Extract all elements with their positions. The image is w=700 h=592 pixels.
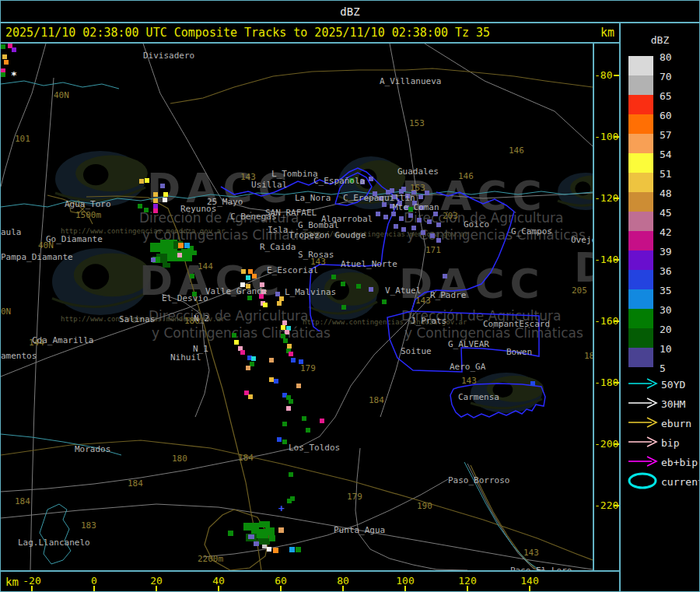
y-axis-tick [614,136,619,138]
radar-cell [178,243,184,248]
x-axis-tick [404,586,406,591]
legend-label: 50YD [661,379,685,391]
city-label: Divisadero [143,51,194,61]
radar-map[interactable]: DACCDACCDACCDACCDACCDirección de Agricul… [1,44,594,570]
scale-label: 45 [660,207,672,219]
panel-title: dBZ [621,34,699,46]
scale-label: 54 [660,149,672,160]
radar-cell [287,344,292,349]
city-label: Los_Toldos [289,443,340,453]
track-arrow-icon [627,394,660,415]
city-label: E_Escorial [267,265,318,275]
road-label: 40N [54,90,69,100]
scale-swatch [628,289,653,309]
radar-cell [234,340,239,345]
radar-cell [401,187,406,191]
city-label: Bowen [506,347,532,357]
x-axis-tick [31,586,33,591]
y-axis-margin: -80-100-120-140-160-180-200-220 [594,44,619,570]
scale-label: 5 [660,363,666,374]
city-label: Aero_GA [450,362,486,372]
city-label: CompantEscard [483,319,550,329]
radar-cell [282,422,287,426]
city-label: Usillal [251,180,287,190]
city-label: A_Villanueva [380,76,441,86]
radar-cell [289,547,295,552]
radar-cell [421,230,425,235]
city-label: Morados [75,444,110,454]
radar-cell [263,303,268,307]
scale-swatch [628,114,653,134]
radar-cell [281,325,285,330]
radar-cell [287,499,292,503]
radar-cell [356,284,361,289]
city-label: L_Malvinas [285,287,336,297]
road-label: 146 [458,171,474,181]
scale-label: 70 [660,71,672,82]
city-label: Valle_Grande [205,286,267,296]
legend-label: eburn [661,418,691,429]
road-label: 184 [15,496,30,506]
dacc-eye-logo [558,173,593,210]
radar-cell [408,213,413,218]
radar-cell [246,275,250,280]
radar-cell [331,275,336,279]
road-label: 205 [572,285,587,296]
radar-cell [177,253,182,257]
road-label: 0N [1,307,11,317]
km-unit-label: km [600,26,614,40]
city-label: Nihuil [170,352,201,363]
x-axis-label: 80 [337,575,349,587]
x-axis-label: 60 [275,575,287,587]
radar-cell [259,521,270,527]
city-label: Paso_El_Loro [510,566,572,570]
y-axis-tick [614,198,619,199]
scale-label: 42 [660,226,672,238]
radar-cell [283,338,288,343]
radar-cell [291,358,296,363]
radar-cell [369,177,373,181]
scale-swatch [628,75,653,95]
city-label: Isla [268,225,289,235]
radar-cell [138,204,142,208]
radar-cell [163,263,170,268]
radar-cell [265,527,275,535]
legend-item: eburn [627,414,700,433]
x-axis-label: 0 [91,575,97,587]
track-arrow-icon [627,433,660,454]
radar-cell [1,72,5,77]
radar-cell [281,334,285,338]
radar-cell [282,440,287,444]
radar-cell [278,527,284,533]
legend-item: eb+bip [627,453,700,472]
radar-cell [153,198,158,203]
radar-cell [289,352,293,356]
city-label: 25_Mayo [207,197,243,207]
scale-label: 57 [660,129,672,141]
radar-cell [427,219,432,224]
radar-cell [341,282,345,286]
radar-cell [302,416,306,421]
radar-cell [274,379,278,384]
radar-cell [279,296,284,301]
road-label: 143 [523,548,539,558]
city-label: Paso_Borroso [448,475,509,485]
x-axis-label: 140 [520,575,538,587]
road-label: 183 [81,520,96,531]
road-label: 144 [198,261,213,271]
radar-cell [277,301,282,306]
city-label: La_Nora [295,193,331,203]
x-axis-label: -20 [23,575,40,587]
radar-cell [160,184,165,188]
radar-app-window: dBZ 2025/11/10 02:38:00 UTC Composite Tr… [0,0,700,592]
city-label: SAN_RAFAEL [265,208,317,218]
radar-cell [277,437,282,442]
radar-cell [430,233,435,238]
city-label: Mte_Coman [393,202,439,212]
city-label: Agua_Toro [65,199,111,209]
city-label: Lag.Llancanelo [18,538,90,548]
radar-cell [382,300,387,304]
x-axis-tick [529,586,530,591]
timestamp-text: 2025/11/10 02:38:00 UTC Composite Tracks… [5,26,490,40]
road-label: 18 [584,351,593,361]
